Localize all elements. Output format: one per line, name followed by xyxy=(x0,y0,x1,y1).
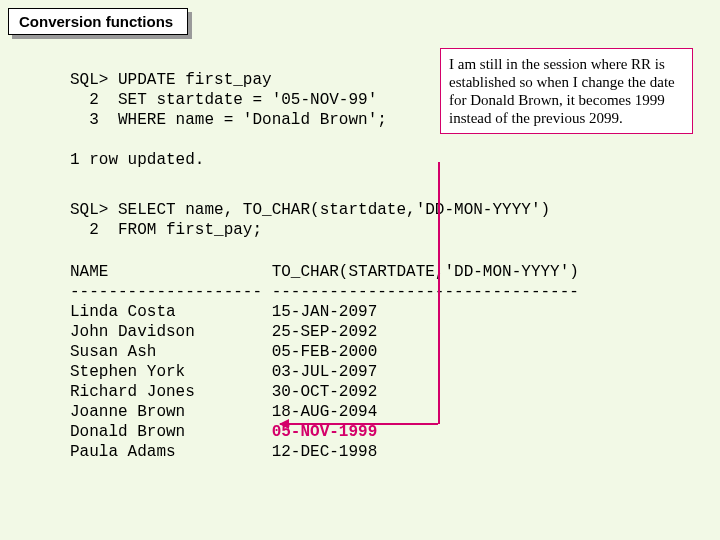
result-table: NAME TO_CHAR(STARTDATE,'DD-MON-YYYY') --… xyxy=(70,262,579,462)
annotation-callout: I am still in the session where RR is es… xyxy=(440,48,693,134)
sql-select-block: SQL> SELECT name, TO_CHAR(startdate,'DD-… xyxy=(70,200,550,240)
slide-title: Conversion functions xyxy=(8,8,188,35)
callout-connector-vertical xyxy=(438,162,440,424)
callout-connector-arrow xyxy=(280,423,438,425)
sql-update-block: SQL> UPDATE first_pay 2 SET startdate = … xyxy=(70,70,387,170)
